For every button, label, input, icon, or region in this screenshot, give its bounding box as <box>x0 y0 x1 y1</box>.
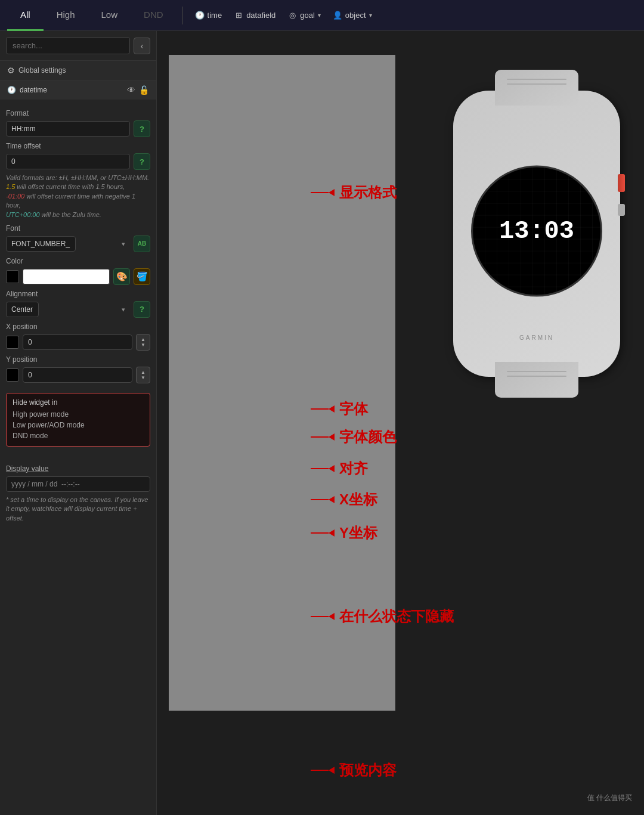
annotation-font-text: 字体 <box>339 399 368 419</box>
display-value-section: Display value * set a time to display on… <box>0 460 156 531</box>
datetime-icon: 🕐 <box>7 86 16 94</box>
y-spin-up-icon: ▲ <box>141 370 145 375</box>
tab-low[interactable]: Low <box>88 0 131 31</box>
x-position-label: X position <box>6 323 150 331</box>
annotation-hide-text: 在什么状态下隐藏 <box>339 607 454 626</box>
alignment-help-button[interactable]: ? <box>134 301 150 318</box>
annotation-hide-arrowhead <box>329 613 335 620</box>
font-label: Font <box>6 224 150 233</box>
tool-goal[interactable]: ◎ goal ▾ <box>287 11 321 20</box>
hint-red-1: -01:00 <box>6 193 24 200</box>
watch-area: 13:03 GARMIN <box>441 79 632 424</box>
annotation-format-line <box>311 192 329 193</box>
display-value-input[interactable] <box>6 476 150 492</box>
annotation-align-arrowhead <box>329 465 335 472</box>
time-offset-hint: Valid formats are: ±H, ±HH:MM, or UTC±HH… <box>6 173 150 219</box>
spin-down-icon: ▼ <box>141 342 145 348</box>
format-row: ? <box>6 120 150 137</box>
annotation-x-text: X坐标 <box>339 490 377 509</box>
watermark: 值 什么值得买 <box>587 793 632 803</box>
y-position-label: Y position <box>6 355 150 364</box>
settings-group: Format ? Time offset ? Valid formats are… <box>0 100 156 389</box>
annotation-align: 对齐 <box>311 459 368 478</box>
search-bar: ‹ <box>0 31 156 60</box>
tool-time[interactable]: 🕐 time <box>195 11 222 20</box>
watch-grid <box>473 168 600 295</box>
annotation-preview-line <box>311 770 329 771</box>
display-value-hint: * set a time to display on the canvas. I… <box>6 495 150 523</box>
global-settings-section: ⚙ Global settings <box>0 60 156 80</box>
annotation-x-arrowhead <box>329 496 335 503</box>
tool-object[interactable]: 👤 object ▾ <box>333 11 372 20</box>
y-spin-down-icon: ▼ <box>141 375 145 380</box>
x-position-input[interactable] <box>23 334 132 350</box>
x-color-swatch <box>6 336 19 349</box>
visibility-icon[interactable]: 👁 <box>127 85 135 95</box>
annotation-font: 字体 <box>311 399 368 419</box>
object-dropdown-arrow: ▾ <box>369 12 372 18</box>
annotation-font-line <box>311 408 329 410</box>
annotation-color-line <box>311 436 329 438</box>
y-spin-button[interactable]: ▲ ▼ <box>136 367 150 383</box>
annotation-preview-arrowhead <box>329 767 335 774</box>
color-row: 🎨 🪣 <box>6 268 150 285</box>
time-offset-label: Time offset <box>6 142 150 150</box>
x-position-row: ▲ ▼ <box>6 334 150 351</box>
strap-line <box>507 79 566 80</box>
annotation-preview: 预览内容 <box>311 761 397 780</box>
color-picker-button[interactable]: 🎨 <box>113 268 130 285</box>
annotation-format-arrowhead <box>329 189 335 196</box>
time-icon: 🕐 <box>195 11 205 20</box>
lock-icon[interactable]: 🔓 <box>139 85 149 95</box>
strap-line-bottom <box>507 371 566 372</box>
time-offset-help-button[interactable]: ? <box>134 153 150 170</box>
hide-widget-title: Hide widget in <box>13 398 144 407</box>
format-input[interactable] <box>6 121 130 137</box>
annotation-x: X坐标 <box>311 490 377 509</box>
time-offset-row: ? <box>6 153 150 170</box>
watch-screen: 13:03 <box>471 166 602 297</box>
tab-high[interactable]: High <box>44 0 88 31</box>
font-row: FONT_NUMBER_ AB <box>6 235 150 252</box>
color-swatch[interactable] <box>6 270 19 283</box>
hide-low-power[interactable]: Low power/AOD mode <box>13 420 144 430</box>
color-label: Color <box>6 257 150 265</box>
watch-button-start-stop <box>618 174 625 192</box>
hide-dnd[interactable]: DND mode <box>13 430 144 441</box>
y-position-input[interactable] <box>23 367 132 383</box>
hide-high-power[interactable]: High power mode <box>13 409 144 420</box>
strap-line-bottom <box>507 376 566 377</box>
font-preview-button[interactable]: AB <box>134 235 150 252</box>
top-nav-tabs: All High Low DND <box>7 0 189 31</box>
top-nav-tools: 🕐 time ⊞ datafield ◎ goal ▾ 👤 object ▾ <box>195 11 372 20</box>
annotation-y: Y坐标 <box>311 523 377 543</box>
format-help-button[interactable]: ? <box>134 120 150 137</box>
x-spin-button[interactable]: ▲ ▼ <box>136 334 150 351</box>
display-value-label: Display value <box>6 464 150 473</box>
gear-icon: ⚙ <box>7 66 15 75</box>
annotation-preview-text: 预览内容 <box>339 761 397 780</box>
tool-datafield[interactable]: ⊞ datafield <box>234 11 275 20</box>
search-input[interactable] <box>6 37 130 54</box>
annotation-color: 字体颜色 <box>311 427 397 447</box>
alignment-select[interactable]: Center <box>6 302 39 317</box>
y-color-swatch <box>6 368 19 382</box>
strap-line <box>507 83 566 85</box>
color-input[interactable] <box>23 269 110 284</box>
annotation-hide: 在什么状态下隐藏 <box>311 607 454 626</box>
annotation-y-text: Y坐标 <box>339 523 377 543</box>
palette-icon: 🎨 <box>116 271 128 282</box>
format-label: Format <box>6 109 150 117</box>
watch-strap-bottom <box>495 362 578 398</box>
color-fill-button[interactable]: 🪣 <box>134 268 150 285</box>
annotation-y-arrowhead <box>329 529 335 537</box>
tab-all[interactable]: All <box>7 0 44 31</box>
time-offset-input[interactable] <box>6 154 130 169</box>
annotation-y-line <box>311 532 329 534</box>
font-select[interactable]: FONT_NUMBER_ <box>6 236 76 252</box>
annotation-x-line <box>311 499 329 500</box>
datafield-icon: ⊞ <box>234 11 243 20</box>
main-layout: ‹ ⚙ Global settings 🕐 datetime 👁 🔓 Forma… <box>0 31 644 815</box>
watch-button-lap <box>618 204 625 216</box>
collapse-button[interactable]: ‹ <box>134 38 150 54</box>
